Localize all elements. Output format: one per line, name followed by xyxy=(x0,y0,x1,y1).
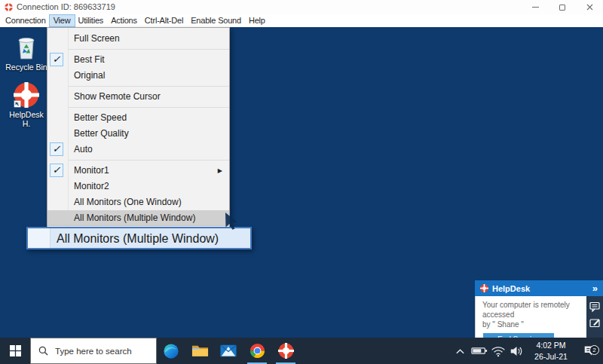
taskbar-edge-button[interactable] xyxy=(157,338,185,364)
window-controls xyxy=(522,0,603,14)
search-placeholder: Type here to search xyxy=(55,347,132,356)
taskbar-clock[interactable]: 4:02 PM 26-Jul-21 xyxy=(529,340,573,361)
menu-separator xyxy=(69,49,229,50)
menu-item-monitor2[interactable]: Monitor2 xyxy=(47,179,229,194)
taskbar-file-explorer-button[interactable] xyxy=(185,338,214,364)
maximize-button[interactable] xyxy=(549,0,576,14)
minimize-button[interactable] xyxy=(522,0,549,14)
remote-session-window: Connection ID: 869633719 Connection View… xyxy=(0,0,603,364)
taskbar-chrome-button[interactable] xyxy=(243,338,271,364)
menu-separator xyxy=(69,160,229,161)
menu-item-all-monitors-multiple-window[interactable]: All Monitors (Multiple Window) xyxy=(47,210,229,226)
windows-logo-icon xyxy=(10,345,21,356)
titlebar: Connection ID: 869633719 xyxy=(0,0,603,14)
magnifier-tooltip: All Monitors (Multiple Window) xyxy=(26,227,252,249)
checkmark-icon: ✓ xyxy=(50,164,63,177)
mouse-cursor xyxy=(225,213,241,231)
notification-center-button[interactable]: 2 xyxy=(576,344,603,357)
mail-icon xyxy=(220,344,237,357)
chevron-up-icon xyxy=(455,347,465,355)
menu-utilities[interactable]: Utilities xyxy=(75,15,108,26)
close-icon xyxy=(586,4,593,11)
desktop-icon-label: Recycle Bin xyxy=(5,63,47,72)
menu-separator xyxy=(69,86,229,87)
desktop-icon-recycle-bin[interactable]: Recycle Bin xyxy=(5,35,48,72)
view-dropdown-menu: Full Screen ✓ Best Fit Original Show Rem… xyxy=(47,27,230,228)
edge-icon xyxy=(163,343,179,359)
menu-item-full-screen[interactable]: Full Screen xyxy=(47,31,229,47)
tooltip-gutter xyxy=(28,228,51,248)
helpdesk-app-icon xyxy=(5,3,13,11)
file-explorer-icon xyxy=(191,344,209,358)
collapse-chevron-icon[interactable]: » xyxy=(592,283,598,294)
menu-item-better-speed[interactable]: Better Speed xyxy=(47,110,229,126)
recycle-bin-icon xyxy=(15,35,38,60)
menu-help[interactable]: Help xyxy=(245,15,269,26)
menu-actions[interactable]: Actions xyxy=(107,15,141,26)
system-tray: 4:02 PM 26-Jul-21 2 xyxy=(451,338,603,364)
menu-item-auto[interactable]: ✓ Auto xyxy=(47,142,229,158)
tray-volume-button[interactable] xyxy=(507,345,526,357)
helpdesk-panel-title: HelpDesk xyxy=(492,284,530,293)
menu-enable-sound[interactable]: Enable Sound xyxy=(187,15,245,26)
tray-battery-button[interactable] xyxy=(470,346,488,356)
taskbar-mail-button[interactable] xyxy=(214,338,243,364)
helpdesk-logo-icon xyxy=(480,284,488,292)
shortcut-arrow-overlay xyxy=(14,101,21,108)
taskbar-helpdesk-button[interactable] xyxy=(271,338,300,364)
minimize-icon xyxy=(532,7,539,8)
notification-badge: 2 xyxy=(589,345,599,355)
submenu-arrow-icon: ▶ xyxy=(218,163,222,179)
menu-connection[interactable]: Connection xyxy=(2,15,50,26)
battery-icon xyxy=(471,346,488,356)
menubar: Connection View Utilities Actions Ctrl-A… xyxy=(0,14,603,27)
remote-access-message: Your computer is remotely accessed by " … xyxy=(476,296,586,330)
helpdesk-panel-body: Your computer is remotely accessed by " … xyxy=(475,296,586,338)
menu-item-better-quality[interactable]: Better Quality xyxy=(47,126,229,142)
tray-wifi-button[interactable] xyxy=(488,345,507,357)
menu-item-show-remote-cursor[interactable]: Show Remote Cursor xyxy=(47,89,229,105)
taskbar: Type here to search xyxy=(0,338,603,364)
speaker-icon xyxy=(510,345,524,357)
helpdesk-side-toolbar xyxy=(586,296,603,338)
chat-icon[interactable] xyxy=(589,301,600,312)
annotate-icon[interactable] xyxy=(589,317,600,328)
desktop-icon-helpdesk[interactable]: HelpDesk H. xyxy=(5,82,48,128)
helpdesk-shortcut-icon xyxy=(14,82,39,108)
close-button[interactable] xyxy=(576,0,603,14)
checkmark-icon: ✓ xyxy=(50,142,63,156)
clock-time: 4:02 PM xyxy=(529,340,573,350)
helpdesk-panel-header[interactable]: HelpDesk » xyxy=(475,280,603,296)
start-button[interactable] xyxy=(0,338,30,364)
desktop-icon-label: HelpDesk H. xyxy=(9,110,44,128)
menu-item-all-monitors-one-window[interactable]: All Monitors (One Window) xyxy=(47,194,229,210)
tray-chevron-up-button[interactable] xyxy=(451,347,470,355)
checkmark-icon: ✓ xyxy=(50,53,63,66)
window-title: Connection ID: 869633719 xyxy=(17,0,115,14)
menu-item-best-fit[interactable]: ✓ Best Fit xyxy=(47,52,229,68)
menu-separator xyxy=(69,107,229,108)
menu-ctrl-alt-del[interactable]: Ctrl-Alt-Del xyxy=(141,15,187,26)
search-icon xyxy=(38,346,48,356)
menu-view[interactable]: View xyxy=(50,15,75,26)
chrome-icon xyxy=(249,343,265,359)
menu-item-original[interactable]: Original xyxy=(47,68,229,84)
taskbar-search-input[interactable]: Type here to search xyxy=(30,338,157,364)
clock-date: 26-Jul-21 xyxy=(529,351,573,362)
maximize-icon xyxy=(559,5,565,11)
helpdesk-taskbar-icon xyxy=(278,343,294,359)
wifi-icon xyxy=(491,345,506,357)
menu-item-monitor1[interactable]: ✓ Monitor1 ▶ xyxy=(47,163,229,179)
tooltip-text: All Monitors (Multiple Window) xyxy=(57,229,219,248)
